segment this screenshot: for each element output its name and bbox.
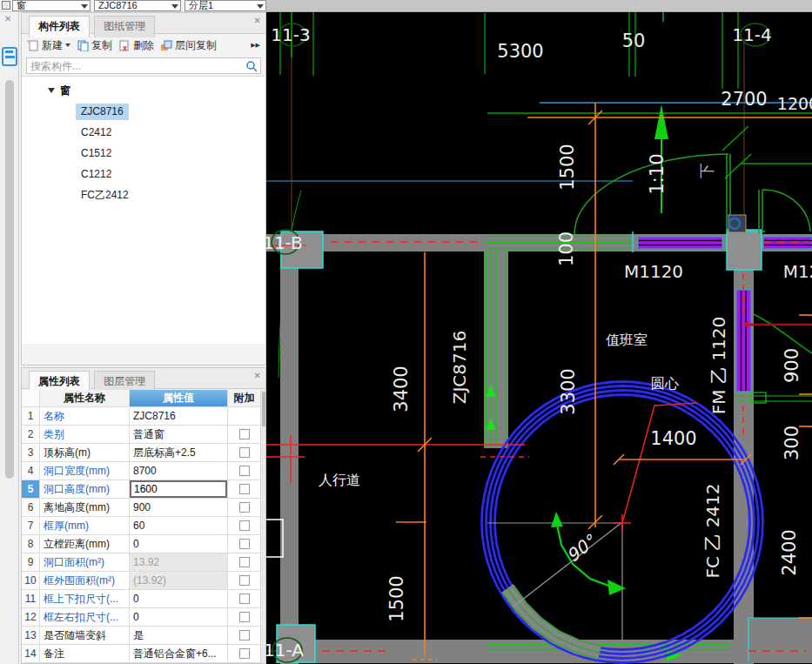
tree-item-c1212[interactable]: C1212 bbox=[22, 164, 265, 184]
component-panel-tabs: 构件列表 图纸管理 bbox=[22, 13, 265, 34]
dim-label: 3300 bbox=[558, 368, 579, 414]
table-row: 13 是否随墙变斜 是 bbox=[22, 627, 260, 645]
checkbox[interactable] bbox=[239, 502, 250, 513]
down-label: 下 bbox=[697, 163, 715, 178]
grid-label: 11-A bbox=[266, 640, 304, 661]
dock-panel-icon[interactable] bbox=[2, 47, 17, 66]
col-extra: 附加 bbox=[228, 390, 260, 406]
dim-label: 900 bbox=[782, 348, 802, 383]
app-grid-icon[interactable] bbox=[2, 1, 10, 10]
layer-dropdown[interactable]: 分层1 bbox=[185, 0, 266, 11]
checkbox[interactable] bbox=[239, 520, 250, 531]
window-label: FC 乙 2412 bbox=[702, 483, 723, 578]
tree-item-fc2412[interactable]: FC乙2412 bbox=[22, 184, 265, 205]
component-list-panel: ✕ 构件列表 图纸管理 * 新建 复制 x 删除 bbox=[21, 12, 266, 366]
tree-item-c1512[interactable]: C1512 bbox=[22, 143, 265, 164]
table-row: 2 类别 普通窗 bbox=[22, 426, 260, 444]
checkbox[interactable] bbox=[239, 594, 250, 604]
close-icon[interactable]: ✕ bbox=[254, 371, 261, 380]
table-row: 1 名称 ZJC8716 bbox=[22, 407, 260, 426]
floor-copy-icon bbox=[160, 39, 172, 51]
dim-label: 5300 bbox=[497, 41, 543, 62]
new-file-icon: * bbox=[27, 39, 39, 51]
delete-icon: x bbox=[118, 39, 131, 51]
room-label: 值班室 bbox=[606, 332, 648, 348]
dim-label: 3400 bbox=[391, 366, 412, 412]
property-value-input[interactable] bbox=[130, 480, 227, 498]
search-input[interactable] bbox=[27, 58, 260, 73]
cad-canvas[interactable]: 11-3 5300 50 11-4 2700 1200 1500 1:10 下 … bbox=[266, 12, 812, 664]
close-icon[interactable]: ✕ bbox=[254, 16, 261, 25]
property-panel-tabs: 属性列表 图层管理 bbox=[22, 368, 265, 389]
dim-label: 1500 bbox=[557, 144, 578, 190]
table-row: 12 框左右扣尺寸(... 0 bbox=[22, 608, 260, 627]
center-label: 圆心 bbox=[651, 375, 679, 392]
table-row: 6 离地高度(mm) 900 bbox=[22, 499, 260, 517]
search-icon[interactable] bbox=[245, 60, 258, 72]
toolbar-overflow-button[interactable]: ▶▶ bbox=[251, 42, 260, 49]
checkbox[interactable] bbox=[239, 447, 250, 458]
top-toolbar: 窗 ZJC8716 分层1 bbox=[0, 0, 812, 12]
copy-icon bbox=[77, 39, 89, 51]
door-label: M12 bbox=[783, 261, 812, 282]
checkbox[interactable] bbox=[239, 429, 250, 439]
dim-label: 300 bbox=[782, 426, 802, 460]
property-panel: ✕ 属性列表 图层管理 属性名称 属性值 附加 1 名称 ZJC8716 2 类… bbox=[21, 367, 266, 664]
table-row: 8 立樘距离(mm) 0 bbox=[22, 535, 260, 553]
tree-item-zjc8716[interactable]: ZJC8716 bbox=[22, 101, 265, 122]
left-dock-rail: ✕ bbox=[0, 12, 19, 664]
dim-label: 1200 bbox=[777, 94, 812, 113]
checkbox[interactable] bbox=[239, 575, 250, 586]
property-table: 属性名称 属性值 附加 1 名称 ZJC8716 2 类别 普通窗 3 顶标高(… bbox=[22, 390, 260, 663]
table-row-selected: 5 洞口高度(mm) bbox=[22, 480, 260, 499]
checkbox[interactable] bbox=[239, 612, 250, 622]
element-type-value: 窗 bbox=[17, 0, 26, 10]
col-property-name: 属性名称 bbox=[40, 390, 130, 406]
table-scrollbar[interactable] bbox=[260, 390, 265, 663]
door-label: FM 乙 1120 bbox=[708, 317, 729, 414]
delete-button[interactable]: x 删除 bbox=[118, 38, 154, 53]
chevron-down-icon bbox=[81, 4, 88, 9]
checkbox[interactable] bbox=[239, 648, 250, 659]
chevron-down-icon bbox=[65, 44, 70, 47]
dim-label: 50 bbox=[622, 30, 646, 51]
tab-component-list[interactable]: 构件列表 bbox=[29, 16, 90, 37]
checkbox[interactable] bbox=[239, 539, 250, 549]
floor-copy-button[interactable]: 层间复制 bbox=[160, 38, 217, 53]
grid-label: 11-B bbox=[266, 232, 303, 253]
canvas-top-strip bbox=[266, 0, 812, 12]
chevron-down-icon bbox=[257, 4, 264, 9]
rail-scrollbar[interactable] bbox=[5, 80, 14, 479]
door-label: M1120 bbox=[624, 261, 683, 282]
window-label: ZJC8716 bbox=[449, 331, 470, 404]
column-highlighted[interactable] bbox=[727, 230, 762, 270]
new-button[interactable]: * 新建 bbox=[27, 38, 70, 53]
table-row: 4 洞口宽度(mm) 8700 bbox=[22, 462, 260, 480]
slope-label: 1:10 bbox=[647, 153, 668, 194]
dim-label: 2400 bbox=[779, 529, 800, 575]
dim-label: 100 bbox=[556, 231, 577, 266]
grid-label: 11-4 bbox=[732, 24, 771, 45]
copy-button[interactable]: 复制 bbox=[77, 38, 112, 53]
svg-text:x: x bbox=[123, 44, 127, 51]
col-property-value: 属性值 bbox=[130, 390, 228, 406]
checkbox[interactable] bbox=[239, 557, 250, 567]
tab-drawing-management[interactable]: 图纸管理 bbox=[94, 16, 155, 37]
element-name-dropdown[interactable]: ZJC8716 bbox=[94, 0, 181, 11]
close-icon[interactable]: ✕ bbox=[4, 14, 11, 23]
table-row: 3 顶标高(m) 层底标高+2.5 bbox=[22, 444, 260, 462]
element-type-dropdown[interactable]: 窗 bbox=[12, 0, 91, 11]
dim-label: 2700 bbox=[721, 89, 767, 110]
checkbox[interactable] bbox=[239, 466, 250, 476]
table-row: 14 备注 普通铝合金窗+6... bbox=[22, 645, 260, 663]
checkbox[interactable] bbox=[239, 484, 250, 494]
tree-item-c2412[interactable]: C2412 bbox=[22, 122, 265, 143]
layer-value: 分层1 bbox=[189, 0, 213, 10]
sidewalk-label: 人行道 bbox=[319, 472, 360, 488]
checkbox[interactable] bbox=[239, 630, 250, 641]
table-row: 11 框上下扣尺寸(... 0 bbox=[22, 590, 260, 608]
expander-icon[interactable] bbox=[48, 88, 55, 93]
table-header: 属性名称 属性值 附加 bbox=[22, 390, 260, 407]
tree-root-window[interactable]: 窗 bbox=[22, 80, 265, 101]
grid-label: 11-3 bbox=[271, 24, 310, 45]
